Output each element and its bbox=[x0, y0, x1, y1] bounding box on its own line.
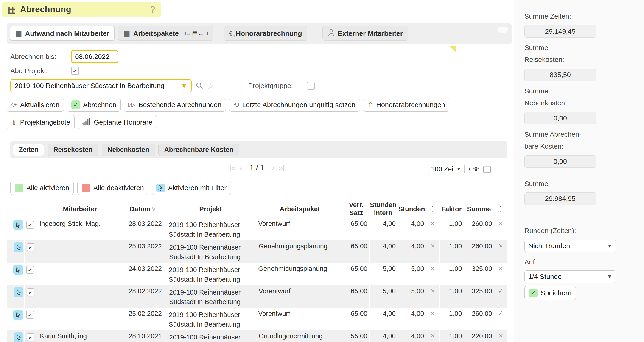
projektangebote-button[interactable]: ⇧ Projektangebote bbox=[7, 115, 74, 129]
col-mitarbeiter[interactable]: Mitarbeiter bbox=[38, 205, 122, 213]
cell-stunden: 5,00 bbox=[398, 285, 426, 308]
star-icon[interactable]: ☆ bbox=[207, 81, 214, 90]
bestehende-abrechnungen-button[interactable]: ▷▷ Bestehende Abrechnungen bbox=[124, 98, 226, 112]
check-icon[interactable]: ✓ bbox=[497, 309, 504, 318]
row-activate-button[interactable] bbox=[13, 265, 23, 275]
cell-arbeitspaket: Vorentwurf bbox=[254, 285, 344, 308]
tab-externer-mitarbeiter[interactable]: Externer Mitarbeiter bbox=[322, 26, 408, 41]
refresh-icon: ⟳ bbox=[11, 101, 17, 108]
chevron-down-icon: ▼ bbox=[607, 243, 612, 249]
row-activate-button[interactable] bbox=[14, 332, 24, 342]
last-page-button[interactable]: » bbox=[278, 163, 284, 172]
col-datum[interactable]: Datum∨ bbox=[122, 205, 165, 213]
search-icon[interactable] bbox=[195, 82, 204, 90]
check-icon[interactable]: ✓ bbox=[498, 287, 504, 295]
letzte-abrechnungen-ungueltig-button[interactable]: ⟲ Letzte Abrechnungen ungültig setzen bbox=[229, 98, 360, 112]
row-checkbox[interactable]: ✓ bbox=[26, 266, 34, 274]
runden-select[interactable]: Nicht Runden ▼ bbox=[524, 240, 616, 252]
cell-datum: 28.02.2022 bbox=[122, 285, 165, 308]
remove-icon[interactable]: × bbox=[430, 264, 435, 273]
geplante-honorare-button[interactable]: Geplante Honorare bbox=[78, 115, 157, 129]
abrechnen-bis-input[interactable] bbox=[71, 50, 118, 63]
cell-datum: 25.02.2022 bbox=[122, 308, 165, 330]
page-title: Abrechnung bbox=[20, 4, 72, 14]
runden-zeiten-label: Runden (Zeiten): bbox=[524, 225, 644, 237]
sidebar-divider bbox=[520, 218, 644, 218]
subtab-reisekosten[interactable]: Reisekosten bbox=[48, 144, 98, 156]
remove-icon[interactable]: × bbox=[430, 287, 435, 295]
help-icon[interactable]: ? bbox=[150, 4, 156, 15]
remove-icon[interactable]: × bbox=[498, 332, 503, 340]
next-page-button[interactable]: › bbox=[272, 163, 274, 172]
column-menu-icon[interactable]: ⋮ bbox=[28, 205, 34, 213]
cell-mitarbeiter bbox=[38, 263, 122, 285]
column-menu-icon[interactable]: ⋮ bbox=[430, 205, 436, 213]
projektgruppe-label: Projektgruppe: bbox=[248, 82, 293, 90]
subtab-abrechenbare-kosten[interactable]: Abrechenbare Kosten bbox=[158, 144, 239, 156]
remove-icon[interactable]: × bbox=[430, 219, 435, 228]
summe-abrechenbare-kosten-label: Summe Abrechen-bare Kosten: bbox=[524, 128, 644, 153]
column-menu-icon[interactable]: ⋮ bbox=[497, 205, 504, 213]
honorarabrechnungen-button[interactable]: ⇧ Honorarabrechnungen bbox=[363, 98, 450, 112]
projekt-select[interactable]: 2019-100 Reihenhäuser Südstadt In Bearbe… bbox=[10, 79, 192, 92]
bar-chart-icon bbox=[82, 117, 91, 127]
remove-icon[interactable]: × bbox=[430, 309, 435, 318]
tabbar-scroll-indicator bbox=[498, 27, 508, 32]
col-summe[interactable]: Summe bbox=[464, 205, 494, 213]
col-arbeitspaket[interactable]: Arbeitspaket bbox=[254, 205, 343, 213]
subtab-zeiten[interactable]: Zeiten bbox=[13, 144, 44, 156]
aktualisieren-button[interactable]: ⟳ Aktualisieren bbox=[7, 98, 64, 112]
col-faktor[interactable]: Faktor bbox=[439, 205, 464, 213]
upload-icon: ⇧ bbox=[368, 101, 373, 108]
col-projekt[interactable]: Projekt bbox=[165, 205, 254, 213]
remove-icon[interactable]: × bbox=[498, 242, 503, 250]
projektgruppe-checkbox[interactable] bbox=[307, 82, 315, 90]
cell-stunden-intern: 4,00 bbox=[369, 218, 398, 240]
cell-verr-satz: 65,00 bbox=[344, 308, 369, 330]
workflow-icon: □→▤←□ bbox=[182, 30, 208, 37]
aktivieren-mit-filter-button[interactable]: Aktivieren mit Filter bbox=[152, 181, 231, 195]
table-row: ✓25.03.20222019-100 Reihenhäuser Südstad… bbox=[7, 240, 507, 263]
auf-select[interactable]: 1/4 Stunde ▼ bbox=[524, 271, 616, 283]
row-activate-button[interactable] bbox=[13, 310, 23, 320]
subtab-nebenkosten[interactable]: Nebenkosten bbox=[102, 144, 155, 156]
projekt-select-value: 2019-100 Reihenhäuser Südstadt In Bearbe… bbox=[15, 82, 164, 90]
remove-icon[interactable]: × bbox=[430, 242, 435, 250]
cell-faktor: 1,00 bbox=[439, 218, 464, 240]
calculator-icon: ▦ bbox=[16, 29, 22, 37]
alle-aktivieren-button[interactable]: + Alle aktivieren bbox=[10, 181, 74, 195]
row-checkbox[interactable]: ✓ bbox=[26, 333, 34, 341]
first-page-button[interactable]: « bbox=[230, 163, 236, 172]
cell-stunden-intern: 5,00 bbox=[369, 285, 398, 308]
abr-projekt-checkbox[interactable]: ✓ bbox=[71, 67, 79, 75]
col-stunden-intern[interactable]: Stunden intern bbox=[369, 201, 398, 217]
remove-icon[interactable]: × bbox=[498, 219, 503, 228]
col-verr-satz[interactable]: Verr. Satz bbox=[343, 201, 369, 217]
alle-deaktivieren-button[interactable]: − Alle deaktivieren bbox=[77, 181, 148, 195]
cell-projekt: 2019-100 Reihenhäuser Südstadt In Bearbe… bbox=[165, 285, 254, 308]
cell-summe: 260,00 bbox=[464, 240, 494, 263]
remove-icon[interactable]: × bbox=[498, 264, 503, 273]
col-stunden[interactable]: Stunden bbox=[398, 205, 426, 213]
table-grid-icon[interactable] bbox=[483, 165, 491, 174]
tab-arbeitspakete[interactable]: ▦ Arbeitspakete □→▤←□ bbox=[118, 26, 213, 41]
cell-summe: 325,00 bbox=[464, 285, 494, 308]
row-checkbox[interactable]: ✓ bbox=[26, 221, 34, 229]
page-size-select[interactable]: 100 Zei ▼ bbox=[428, 164, 464, 175]
prev-page-button[interactable]: ‹ bbox=[240, 163, 242, 172]
speichern-button[interactable]: ✓ Speichern bbox=[524, 286, 576, 300]
row-checkbox[interactable]: ✓ bbox=[26, 288, 34, 296]
row-activate-button[interactable] bbox=[13, 220, 23, 230]
row-activate-button[interactable] bbox=[14, 287, 24, 297]
filter-panel: Abrechnen bis: Abr. Projekt: ✓ 2019-100 … bbox=[10, 50, 514, 92]
row-activate-button[interactable] bbox=[14, 243, 24, 252]
abrechnen-button[interactable]: ✓ Abrechnen bbox=[67, 98, 121, 112]
tab-honorarabrechnung[interactable]: €⊕ Honorarabrechnung bbox=[224, 26, 307, 41]
row-checkbox[interactable]: ✓ bbox=[26, 311, 34, 319]
chevron-down-icon: ▼ bbox=[456, 167, 461, 172]
remove-icon[interactable]: × bbox=[430, 332, 435, 340]
row-checkbox[interactable]: ✓ bbox=[26, 243, 34, 251]
tab-aufwand-nach-mitarbeiter[interactable]: ▦ Aufwand nach Mitarbeiter bbox=[10, 26, 114, 41]
abrechnen-bis-label: Abrechnen bis: bbox=[10, 53, 71, 60]
zeiten-table: ⋮ Mitarbeiter Datum∨ Projekt Arbeitspake… bbox=[7, 200, 507, 342]
